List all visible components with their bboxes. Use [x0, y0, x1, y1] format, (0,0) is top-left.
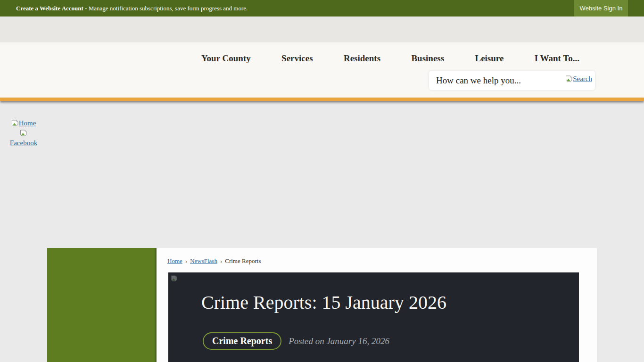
account-prompt-text: - Manage notification subscriptions, sav… — [83, 5, 248, 12]
nav-leisure[interactable]: Leisure — [475, 53, 504, 64]
search-box: Search — [429, 71, 595, 90]
quick-facebook-label: Facebook — [10, 139, 37, 147]
news-title: Crime Reports: 15 January 2026 — [201, 291, 446, 314]
nav-services[interactable]: Services — [281, 53, 313, 64]
breadcrumb: Home›NewsFlash›Crime Reports — [167, 257, 261, 265]
main-navigation: Your County Services Residents Business … — [201, 53, 579, 64]
sidebar-panel — [47, 248, 157, 362]
quick-facebook-link[interactable]: Facebook — [7, 128, 40, 148]
account-prompt: Create a Website Account - Manage notifi… — [16, 0, 248, 16]
nav-business[interactable]: Business — [411, 53, 444, 64]
content-panel: Home›NewsFlash›Crime Reports Crime Repor… — [157, 248, 597, 362]
category-badge[interactable]: Crime Reports — [203, 332, 281, 350]
search-button[interactable]: Search — [565, 75, 592, 82]
quick-home-link[interactable]: Home — [7, 118, 40, 128]
broken-image-icon — [20, 129, 27, 137]
quick-home-label: Home — [19, 119, 36, 127]
broken-image-icon — [11, 119, 19, 127]
quick-links: Home Facebook — [7, 118, 40, 148]
broken-image-icon — [565, 75, 573, 82]
news-meta-row: Crime Reports Posted on January 16, 2026 — [203, 332, 389, 350]
create-account-link[interactable]: Create a Website Account — [16, 5, 83, 12]
search-input[interactable] — [436, 75, 554, 86]
breadcrumb-separator: › — [185, 257, 187, 264]
nav-residents[interactable]: Residents — [344, 53, 380, 64]
breadcrumb-separator: › — [220, 257, 222, 264]
search-button-label: Search — [573, 75, 592, 82]
top-bar: Create a Website Account - Manage notifi… — [0, 0, 644, 16]
header-main-band: Your County Services Residents Business … — [0, 42, 644, 98]
broken-image-icon — [171, 275, 178, 282]
news-flash-detail: Crime Reports: 15 January 2026 Crime Rep… — [168, 272, 579, 362]
posted-date: Posted on January 16, 2026 — [289, 336, 389, 346]
accent-divider — [0, 98, 644, 101]
nav-your-county[interactable]: Your County — [201, 53, 251, 64]
breadcrumb-home[interactable]: Home — [167, 257, 182, 264]
header-upper-band: Click to Home — [0, 16, 644, 42]
nav-i-want-to[interactable]: I Want To... — [535, 53, 579, 64]
breadcrumb-current: Crime Reports — [225, 257, 261, 264]
website-sign-in-button[interactable]: Website Sign In — [574, 0, 628, 16]
breadcrumb-newsflash[interactable]: NewsFlash — [190, 257, 217, 264]
